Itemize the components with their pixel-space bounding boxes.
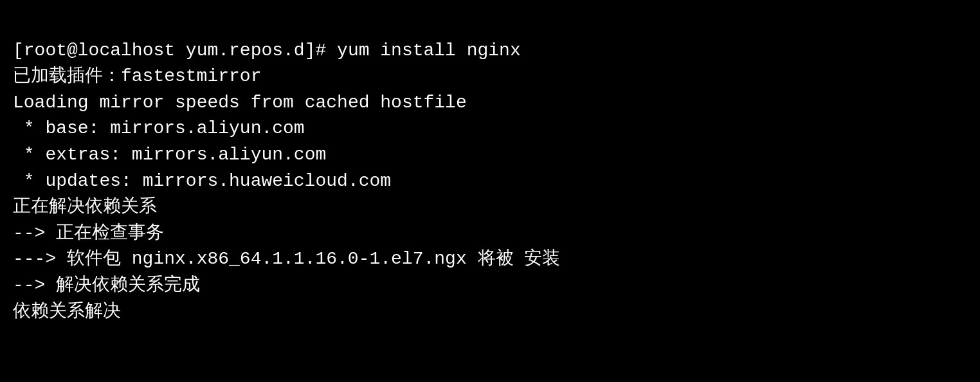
terminal-line-2: Loading mirror speeds from cached hostfi… xyxy=(13,90,967,116)
terminal-line-4: * extras: mirrors.aliyun.com xyxy=(13,142,967,168)
terminal-window: [root@localhost yum.repos.d]# yum instal… xyxy=(0,0,980,382)
terminal-line-6: 正在解决依赖关系 xyxy=(13,194,967,221)
terminal-line-5: * updates: mirrors.huaweicloud.com xyxy=(13,168,967,195)
terminal-line-7: --> 正在检查事务 xyxy=(13,221,967,247)
terminal-line-9: --> 解决依赖关系完成 xyxy=(13,273,967,299)
terminal-line-0: [root@localhost yum.repos.d]# yum instal… xyxy=(13,38,967,64)
terminal-line-3: * base: mirrors.aliyun.com xyxy=(13,116,967,142)
terminal-line-1: 已加载插件：fastestmirror xyxy=(13,64,967,90)
terminal-line-8: ---> 软件包 nginx.x86_64.1.1.16.0-1.el7.ngx… xyxy=(13,246,967,273)
terminal-line-11: 依赖关系解决 xyxy=(13,299,967,325)
